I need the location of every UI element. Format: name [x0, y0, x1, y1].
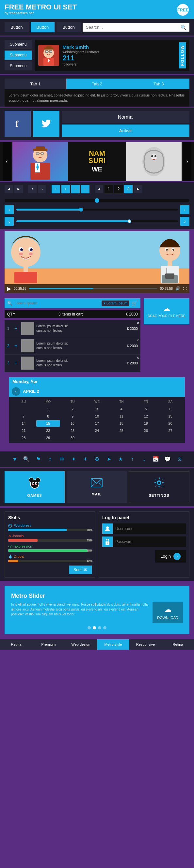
ctrl-num-2[interactable]: 2	[114, 185, 123, 193]
upload-box[interactable]: ☁ DRAG YOUR FILE HERE	[144, 298, 189, 324]
cal-day[interactable]: 19	[134, 420, 158, 427]
search-input[interactable]	[86, 25, 179, 30]
star-outline-icon[interactable]: ✦	[69, 455, 78, 464]
dot-3[interactable]	[98, 626, 101, 629]
star-icon[interactable]: ★	[116, 455, 125, 464]
shop-search-input[interactable]	[15, 301, 100, 305]
tab-3[interactable]: Tab 3	[128, 79, 189, 89]
cal-day[interactable]: 5	[134, 406, 158, 412]
cal-day[interactable]: 6	[158, 406, 182, 412]
tile-mail[interactable]: MAIL	[66, 471, 127, 503]
settings-icon[interactable]: ⊙	[175, 455, 184, 464]
cal-day[interactable]: 27	[158, 427, 182, 434]
cal-day[interactable]: 12	[134, 413, 158, 420]
ctrl-plus-1[interactable]: +	[52, 185, 60, 193]
tile-games[interactable]: GAMES	[5, 471, 65, 503]
ctrl-next-2[interactable]: ›	[38, 185, 46, 193]
bottom-tab-premium[interactable]: Premium	[32, 639, 65, 650]
cal-day[interactable]: 4	[109, 406, 133, 412]
cart-icon[interactable]: 🛒	[131, 300, 138, 306]
slider-thumb-2[interactable]	[128, 219, 131, 223]
state-active[interactable]: Active	[62, 125, 189, 137]
down-icon[interactable]: ↓	[139, 455, 148, 464]
item-close-3[interactable]: ✕	[137, 356, 139, 360]
carousel-prev[interactable]: ‹	[3, 142, 11, 181]
slider-right-btn[interactable]: ›	[180, 205, 189, 214]
bottom-tab-retina-2[interactable]: Retina	[162, 639, 194, 650]
submenu-item-1[interactable]: Submenu	[5, 40, 32, 49]
ctrl-minus-2[interactable]: −	[81, 185, 89, 193]
up-icon[interactable]: ↑	[128, 455, 137, 464]
send-button[interactable]: Send ✉	[69, 565, 92, 574]
follow-button[interactable]: FOLLOW	[179, 42, 186, 68]
cal-day[interactable]: 30	[61, 434, 85, 441]
slider-left-btn[interactable]: ‹	[5, 205, 14, 214]
twitter-button[interactable]	[33, 111, 59, 137]
button-3[interactable]: Button	[56, 22, 81, 32]
facebook-button[interactable]: f	[5, 111, 31, 137]
bottom-tab-responsive[interactable]: Responsive	[129, 639, 162, 650]
submenu-item-2[interactable]: Submenu	[5, 51, 32, 60]
item-close-1[interactable]: ✕	[137, 321, 139, 325]
ctrl-num-3[interactable]: 3	[124, 185, 133, 193]
ctrl-next-3[interactable]: ►	[134, 185, 142, 193]
ctrl-prev-1[interactable]: ◄	[5, 185, 13, 193]
home-icon[interactable]: ⌂	[46, 455, 55, 464]
chat-icon[interactable]: 💬	[163, 455, 172, 464]
carousel-next[interactable]: ›	[183, 142, 191, 181]
cal-prev-btn[interactable]: ‹	[12, 387, 20, 396]
cal-day[interactable]: 10	[85, 413, 109, 420]
mail-icon[interactable]: ✉	[57, 455, 66, 464]
cal-day[interactable]: 7	[12, 413, 36, 420]
search-icon-2[interactable]: 🔍	[22, 455, 31, 464]
tile-settings[interactable]: SETTINGS	[129, 471, 189, 503]
bottom-tab-metrostyle[interactable]: Metro style	[97, 639, 129, 650]
item-close-2[interactable]: ✕	[137, 339, 139, 342]
cal-day[interactable]: 13	[158, 413, 182, 420]
item-plus-2[interactable]: +	[15, 343, 17, 349]
cal-day[interactable]: 26	[134, 427, 158, 434]
ctrl-prev-2[interactable]: ‹	[28, 185, 36, 193]
item-plus-3[interactable]: +	[15, 360, 17, 366]
bottom-tab-webdesign[interactable]: Web design	[65, 639, 97, 650]
button-2[interactable]: Button	[31, 22, 55, 32]
fullscreen-icon[interactable]: ⛶	[183, 286, 187, 290]
cal-day[interactable]: 21	[12, 427, 36, 434]
sun-icon[interactable]: ☀	[81, 455, 90, 464]
bottom-tab-retina[interactable]: Retina	[0, 639, 32, 650]
flag-icon[interactable]: ⚑	[34, 455, 43, 464]
cal-day[interactable]: 23	[61, 427, 85, 434]
ctrl-num-1[interactable]: 1	[105, 185, 113, 193]
cal-day[interactable]: 14	[12, 420, 36, 427]
cal-day[interactable]: 3	[85, 406, 109, 412]
cal-day[interactable]: 28	[12, 434, 36, 441]
cal-day[interactable]: 22	[36, 427, 60, 434]
tab-2[interactable]: Tab 2	[66, 79, 128, 89]
dot-1[interactable]	[87, 626, 91, 629]
cal-day[interactable]: 25	[109, 427, 133, 434]
recycle-icon[interactable]: ♻	[92, 455, 102, 464]
password-input[interactable]	[113, 536, 186, 547]
cal-day[interactable]: 17	[85, 420, 109, 427]
slider-thumb-1[interactable]	[79, 208, 83, 212]
button-1[interactable]: Button	[5, 22, 29, 32]
cal-day[interactable]: 29	[36, 434, 60, 441]
cal-day[interactable]: 11	[109, 413, 133, 420]
cal-day[interactable]: 1	[36, 406, 60, 412]
submenu-item-3[interactable]: Submenu	[5, 61, 32, 70]
search-icon-button[interactable]: 🔍	[181, 25, 186, 30]
heart-icon[interactable]: ♥	[10, 455, 19, 464]
play-button[interactable]: ▶	[7, 285, 11, 292]
arrow-icon[interactable]: ➤	[104, 455, 113, 464]
slider-dot[interactable]	[95, 198, 99, 203]
cal-day[interactable]: 24	[85, 427, 109, 434]
ctrl-minus-1[interactable]: −	[71, 185, 80, 193]
dot-4[interactable]	[103, 626, 107, 629]
slider-right-btn-2[interactable]: ›	[180, 217, 189, 226]
cal-day[interactable]: 15	[36, 420, 60, 427]
cal-day[interactable]: 8	[36, 413, 60, 420]
volume-icon[interactable]: 🔊	[175, 286, 180, 291]
item-plus-1[interactable]: +	[15, 326, 17, 332]
cal-day[interactable]: 20	[158, 420, 182, 427]
cal-day[interactable]: 2	[61, 406, 85, 412]
